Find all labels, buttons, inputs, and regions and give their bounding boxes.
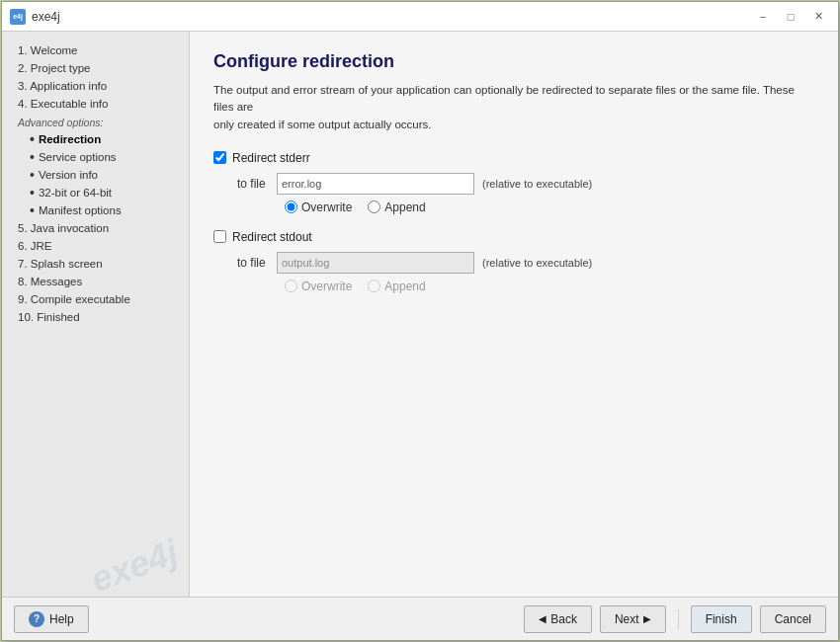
stderr-checkbox-row: Redirect stderr: [213, 151, 814, 165]
sidebar-item-java-invocation[interactable]: 5. Java invocation: [2, 219, 189, 237]
stdout-append-option: Append: [368, 280, 425, 293]
stdout-append-label: Append: [384, 280, 425, 293]
back-label: Back: [550, 612, 577, 626]
stdout-overwrite-radio: [285, 280, 297, 292]
bullet-icon: •: [30, 150, 35, 164]
bullet-icon: •: [30, 203, 35, 217]
sidebar-item-jre[interactable]: 6. JRE: [2, 237, 189, 255]
next-button[interactable]: Next ▶: [600, 605, 666, 633]
bullet-icon: •: [30, 186, 35, 200]
sidebar: 1. Welcome 2. Project type 3. Applicatio…: [2, 32, 190, 597]
advanced-options-label: Advanced options:: [2, 113, 189, 130]
description: The output and error stream of your appl…: [213, 82, 814, 133]
stdout-overwrite-label: Overwrite: [301, 280, 352, 293]
desc-text-2: only created if some output actually occ…: [213, 119, 432, 130]
desc-text-1: The output and error stream of your appl…: [213, 84, 795, 113]
footer: ? Help ◀ Back Next ▶ Finish Cancel: [2, 597, 838, 640]
main-window: e4j exe4j − □ ✕ 1. Welcome 2. Project ty…: [1, 1, 839, 641]
stderr-append-option: Append: [368, 201, 425, 214]
bullet-icon: •: [30, 168, 35, 182]
stderr-overwrite-radio[interactable]: [285, 201, 297, 213]
sidebar-item-manifest-options[interactable]: • Manifest options: [2, 201, 189, 219]
sidebar-item-finished[interactable]: 10. Finished: [2, 308, 189, 326]
main-content: 1. Welcome 2. Project type 3. Applicatio…: [2, 32, 838, 597]
stderr-append-radio[interactable]: [368, 201, 380, 213]
back-arrow-icon: ◀: [539, 613, 546, 624]
sidebar-item-welcome[interactable]: 1. Welcome: [2, 41, 189, 59]
next-arrow-icon: ▶: [643, 613, 651, 624]
sidebar-item-32-64-bit[interactable]: • 32-bit or 64-bit: [2, 184, 189, 201]
page-title: Configure redirection: [213, 51, 814, 72]
stderr-overwrite-option: Overwrite: [285, 201, 352, 214]
footer-separator: [678, 609, 679, 629]
stdout-file-label: to file: [237, 256, 269, 270]
stdout-relative-label: (relative to executable): [482, 257, 592, 269]
help-icon: ?: [29, 611, 44, 627]
finish-button[interactable]: Finish: [691, 605, 752, 633]
back-button[interactable]: ◀ Back: [524, 605, 592, 633]
bullet-icon: •: [30, 132, 35, 146]
maximize-button[interactable]: □: [779, 8, 802, 26]
cancel-button[interactable]: Cancel: [760, 605, 826, 633]
watermark: exe4j: [85, 531, 183, 597]
sidebar-item-application-info[interactable]: 3. Application info: [2, 77, 189, 95]
help-button[interactable]: ? Help: [14, 605, 89, 633]
sidebar-item-messages[interactable]: 8. Messages: [2, 273, 189, 290]
stderr-file-label: to file: [237, 177, 269, 191]
sidebar-item-executable-info[interactable]: 4. Executable info: [2, 95, 189, 113]
minimize-button[interactable]: −: [751, 8, 775, 26]
close-button[interactable]: ✕: [806, 8, 830, 26]
stdout-radio-row: Overwrite Append: [285, 280, 814, 293]
sidebar-item-service-options[interactable]: • Service options: [2, 148, 189, 166]
stdout-label: Redirect stdout: [232, 230, 312, 244]
stdout-file-row: to file (relative to executable): [237, 252, 814, 274]
title-bar: e4j exe4j − □ ✕: [2, 2, 838, 32]
next-label: Next: [615, 612, 639, 626]
sidebar-item-version-info[interactable]: • Version info: [2, 166, 189, 184]
sidebar-item-compile-executable[interactable]: 9. Compile executable: [2, 290, 189, 308]
sidebar-item-project-type[interactable]: 2. Project type: [2, 59, 189, 77]
sidebar-item-splash-screen[interactable]: 7. Splash screen: [2, 255, 189, 273]
stderr-file-input[interactable]: [277, 173, 474, 195]
stdout-checkbox[interactable]: [213, 230, 226, 243]
stdout-section: Redirect stdout to file (relative to exe…: [213, 230, 814, 293]
cancel-label: Cancel: [775, 612, 811, 626]
window-controls: − □ ✕: [751, 8, 830, 26]
app-icon: e4j: [10, 9, 26, 25]
finish-label: Finish: [706, 612, 737, 626]
help-label: Help: [49, 612, 74, 626]
stderr-label: Redirect stderr: [232, 151, 310, 165]
stdout-append-radio: [368, 280, 380, 292]
stderr-append-label: Append: [384, 201, 425, 214]
stderr-relative-label: (relative to executable): [482, 178, 592, 190]
content-area: Configure redirection The output and err…: [190, 32, 838, 597]
stdout-overwrite-option: Overwrite: [285, 280, 352, 293]
stderr-file-row: to file (relative to executable): [237, 173, 814, 195]
sidebar-item-redirection[interactable]: • Redirection: [2, 130, 189, 148]
window-title: exe4j: [32, 10, 751, 24]
stderr-overwrite-label: Overwrite: [301, 201, 352, 214]
stderr-checkbox[interactable]: [213, 151, 226, 164]
stderr-section: Redirect stderr to file (relative to exe…: [213, 151, 814, 214]
stderr-radio-row: Overwrite Append: [285, 201, 814, 214]
stdout-file-input[interactable]: [277, 252, 474, 274]
stdout-checkbox-row: Redirect stdout: [213, 230, 814, 244]
